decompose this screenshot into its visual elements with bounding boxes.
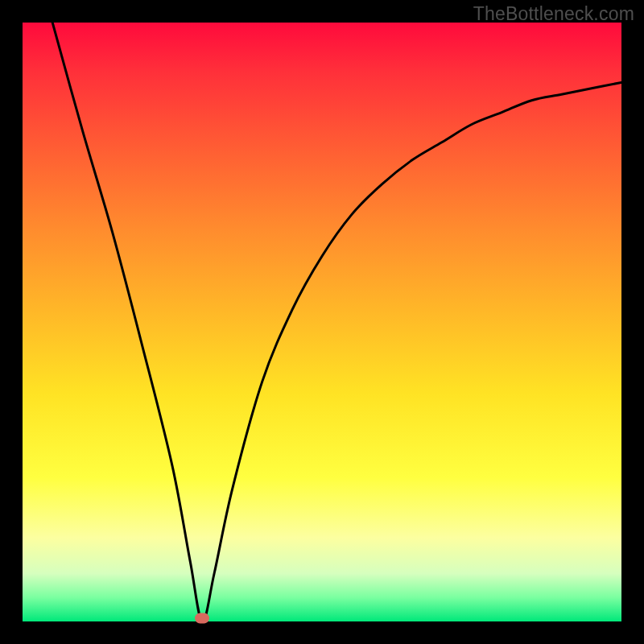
bottleneck-curve — [23, 23, 621, 621]
chart-frame: TheBottleneck.com — [0, 0, 644, 644]
optimum-marker — [195, 613, 209, 624]
plot-area — [23, 23, 621, 621]
curve-path — [52, 23, 621, 621]
watermark-text: TheBottleneck.com — [473, 3, 634, 25]
